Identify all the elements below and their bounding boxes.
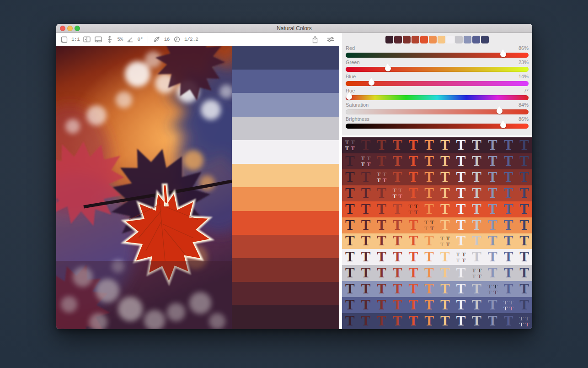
contrast-cell-r12c5[interactable]: T bbox=[406, 313, 422, 329]
contrast-cell-r6c11[interactable]: T bbox=[501, 217, 517, 233]
contrast-cell-r3c6[interactable]: T bbox=[421, 169, 437, 185]
contrast-cell-r3c10[interactable]: T bbox=[485, 169, 501, 185]
color-swatch-12[interactable] bbox=[481, 36, 489, 43]
contrast-cell-r11c11[interactable]: TTTT bbox=[501, 297, 517, 313]
contrast-cell-r1c8[interactable]: T bbox=[453, 137, 469, 153]
gamma-value-label[interactable]: 1/2.2 bbox=[184, 37, 198, 42]
contrast-cell-r7c6[interactable]: T bbox=[421, 233, 437, 249]
contrast-cell-r1c3[interactable]: T bbox=[374, 137, 390, 153]
contrast-cell-r6c3[interactable]: T bbox=[374, 217, 390, 233]
contrast-cell-r8c5[interactable]: T bbox=[406, 249, 422, 265]
contrast-cell-r8c11[interactable]: T bbox=[501, 249, 517, 265]
palette-band-12[interactable] bbox=[232, 305, 339, 329]
contrast-cell-r11c2[interactable]: T bbox=[358, 297, 374, 313]
contrast-cell-r5c2[interactable]: T bbox=[358, 201, 374, 217]
contrast-cell-r1c7[interactable]: T bbox=[437, 137, 453, 153]
color-swatch-7[interactable] bbox=[438, 36, 445, 43]
color-swatch-1[interactable] bbox=[385, 36, 393, 43]
contrast-cell-r1c5[interactable]: T bbox=[406, 137, 422, 153]
slider-track-green[interactable] bbox=[346, 67, 529, 72]
contrast-cell-r8c10[interactable]: T bbox=[485, 249, 501, 265]
contrast-cell-r3c7[interactable]: T bbox=[437, 169, 453, 185]
contrast-cell-r9c8[interactable]: T bbox=[453, 265, 469, 281]
contrast-cell-r9c1[interactable]: T bbox=[342, 265, 358, 281]
contrast-cell-r12c2[interactable]: T bbox=[358, 313, 374, 329]
contrast-cell-r10c2[interactable]: T bbox=[358, 281, 374, 297]
contrast-cell-r11c9[interactable]: T bbox=[469, 297, 485, 313]
contrast-cell-r5c10[interactable]: T bbox=[485, 201, 501, 217]
contrast-cell-r6c9[interactable]: T bbox=[469, 217, 485, 233]
contrast-cell-r11c7[interactable]: T bbox=[437, 297, 453, 313]
color-swatch-3[interactable] bbox=[403, 36, 411, 43]
contrast-cell-r7c2[interactable]: T bbox=[358, 233, 374, 249]
contrast-cell-r6c5[interactable]: T bbox=[406, 217, 422, 233]
contrast-cell-r12c10[interactable]: T bbox=[485, 313, 501, 329]
contrast-cell-r7c1[interactable]: T bbox=[342, 233, 358, 249]
contrast-cell-r2c4[interactable]: T bbox=[390, 153, 406, 169]
contrast-cell-r2c6[interactable]: T bbox=[421, 153, 437, 169]
contrast-cell-r8c3[interactable]: T bbox=[374, 249, 390, 265]
color-count-label[interactable]: 16 bbox=[164, 37, 170, 42]
contrast-cell-r8c1[interactable]: T bbox=[342, 249, 358, 265]
contrast-cell-r2c10[interactable]: T bbox=[485, 153, 501, 169]
contrast-cell-r7c7[interactable]: TTTT bbox=[437, 233, 453, 249]
contrast-cell-r10c12[interactable]: T bbox=[516, 281, 532, 297]
contrast-cell-r4c1[interactable]: T bbox=[342, 185, 358, 201]
contrast-cell-r9c2[interactable]: T bbox=[358, 265, 374, 281]
bottom-panel-icon[interactable] bbox=[94, 35, 102, 43]
slider-track-red[interactable] bbox=[346, 53, 529, 58]
contrast-cell-r1c6[interactable]: T bbox=[421, 137, 437, 153]
contrast-cell-r3c9[interactable]: T bbox=[469, 169, 485, 185]
photo-canvas[interactable] bbox=[56, 46, 232, 329]
tune-icon[interactable] bbox=[326, 35, 335, 43]
contrast-cell-r6c8[interactable]: T bbox=[453, 217, 469, 233]
contrast-cell-r10c8[interactable]: T bbox=[453, 281, 469, 297]
contrast-cell-r5c12[interactable]: T bbox=[516, 201, 532, 217]
contrast-cell-r8c2[interactable]: T bbox=[358, 249, 374, 265]
contrast-cell-r12c4[interactable]: T bbox=[390, 313, 406, 329]
palette-band-5[interactable] bbox=[232, 140, 339, 164]
palette-band-11[interactable] bbox=[232, 282, 339, 306]
slider-thumb-saturation[interactable] bbox=[497, 108, 502, 114]
slider-thumb-red[interactable] bbox=[500, 51, 506, 57]
contrast-cell-r12c1[interactable]: T bbox=[342, 313, 358, 329]
contrast-cell-r2c11[interactable]: T bbox=[501, 153, 517, 169]
contrast-cell-r3c4[interactable]: T bbox=[390, 169, 406, 185]
contrast-cell-r1c4[interactable]: T bbox=[390, 137, 406, 153]
contrast-cell-r1c2[interactable]: T bbox=[358, 137, 374, 153]
contrast-cell-r4c9[interactable]: T bbox=[469, 185, 485, 201]
slider-thumb-blue[interactable] bbox=[369, 80, 374, 86]
contrast-cell-r4c6[interactable]: T bbox=[421, 185, 437, 201]
contrast-cell-r3c1[interactable]: T bbox=[342, 169, 358, 185]
contrast-cell-r4c5[interactable]: T bbox=[406, 185, 422, 201]
contrast-cell-r3c12[interactable]: T bbox=[516, 169, 532, 185]
contrast-cell-r10c7[interactable]: T bbox=[437, 281, 453, 297]
contrast-cell-r7c9[interactable]: T bbox=[469, 233, 485, 249]
contrast-cell-r2c9[interactable]: T bbox=[469, 153, 485, 169]
contrast-cell-r7c12[interactable]: T bbox=[516, 233, 532, 249]
contrast-cell-r12c12[interactable]: TTTT bbox=[516, 313, 532, 329]
contrast-cell-r7c5[interactable]: T bbox=[406, 233, 422, 249]
contrast-cell-r6c12[interactable]: T bbox=[516, 217, 532, 233]
contrast-cell-r11c5[interactable]: T bbox=[406, 297, 422, 313]
contrast-cell-r1c1[interactable]: TTTT bbox=[342, 137, 358, 153]
palette-band-9[interactable] bbox=[232, 235, 339, 259]
contrast-cell-r5c11[interactable]: T bbox=[501, 201, 517, 217]
contrast-cell-r8c12[interactable]: T bbox=[516, 249, 532, 265]
contrast-cell-r2c5[interactable]: T bbox=[406, 153, 422, 169]
contrast-cell-r6c10[interactable]: T bbox=[485, 217, 501, 233]
contrast-cell-r5c4[interactable]: T bbox=[390, 201, 406, 217]
contrast-cell-r10c4[interactable]: T bbox=[390, 281, 406, 297]
contrast-cell-r5c7[interactable]: T bbox=[437, 201, 453, 217]
contrast-cell-r7c4[interactable]: T bbox=[390, 233, 406, 249]
contrast-cell-r5c8[interactable]: T bbox=[453, 201, 469, 217]
palette-band-2[interactable] bbox=[232, 70, 339, 93]
contrast-cell-r1c10[interactable]: T bbox=[485, 137, 501, 153]
title-bar[interactable]: Natural Colors bbox=[56, 24, 532, 33]
palette-band-6[interactable] bbox=[232, 164, 339, 188]
contrast-cell-r9c6[interactable]: T bbox=[421, 265, 437, 281]
contrast-cell-r9c5[interactable]: T bbox=[406, 265, 422, 281]
contrast-cell-r8c4[interactable]: T bbox=[390, 249, 406, 265]
contrast-cell-r4c7[interactable]: T bbox=[437, 185, 453, 201]
contrast-cell-r4c2[interactable]: T bbox=[358, 185, 374, 201]
